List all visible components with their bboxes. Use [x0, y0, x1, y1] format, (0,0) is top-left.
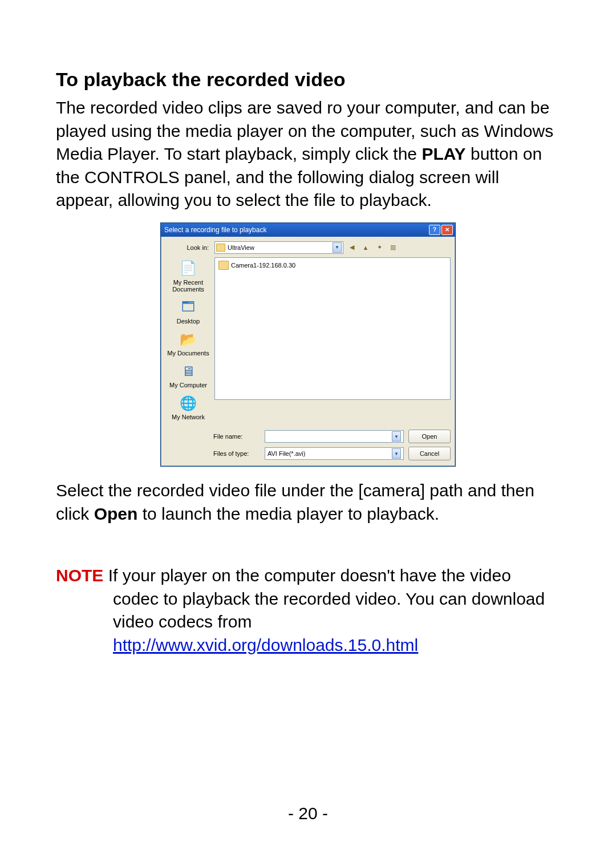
new-folder-icon[interactable]: ✦ — [374, 242, 384, 253]
open-button[interactable]: Open — [408, 430, 451, 443]
codec-download-link[interactable]: http://www.xvid.org/downloads.15.0.html — [113, 634, 418, 657]
my-computer-icon: 🖥 — [179, 362, 198, 381]
place-mycomputer-label: My Computer — [169, 382, 207, 388]
intro-text-bold: PLAY — [422, 144, 465, 163]
note-paragraph: NOTE If your player on the computer does… — [56, 564, 560, 657]
intro-paragraph: The recorded video clips are saved ro yo… — [56, 96, 560, 212]
lookin-label: Look in: — [165, 244, 211, 251]
chevron-down-icon[interactable]: ▼ — [392, 448, 401, 459]
file-open-dialog: Select a recording file to playback ? ✕ … — [160, 222, 456, 467]
place-mydocs[interactable]: 📂 My Documents — [167, 330, 209, 357]
my-documents-icon: 📂 — [179, 330, 198, 349]
filetype-field[interactable]: AVI File(*.avi) ▼ — [265, 447, 404, 460]
back-icon[interactable]: ◀ — [347, 242, 357, 253]
place-desktop-label: Desktop — [177, 318, 200, 325]
filetype-value: AVI File(*.avi) — [268, 450, 305, 457]
chevron-down-icon[interactable]: ▼ — [333, 242, 342, 253]
filename-label: File name: — [213, 433, 260, 440]
document-page: To playback the recorded video The recor… — [0, 0, 616, 846]
outro-paragraph: Select the recorded video file under the… — [56, 479, 560, 525]
desktop-icon: 🗔 — [179, 298, 198, 317]
note-text-line1: If your player on the computer doesn't h… — [103, 566, 511, 585]
list-item[interactable]: Camera1-192.168.0.30 — [217, 260, 448, 270]
dialog-body: 📄 My Recent Documents 🗔 Desktop 📂 My Doc… — [161, 257, 455, 426]
dialog-bottom: File name: ▼ Open Files of type: AVI Fil… — [161, 425, 455, 466]
place-mycomputer[interactable]: 🖥 My Computer — [169, 362, 207, 388]
folder-icon — [216, 244, 225, 252]
recent-documents-icon: 📄 — [179, 260, 198, 278]
place-desktop[interactable]: 🗔 Desktop — [177, 298, 200, 325]
place-mynetwork[interactable]: 🌐 My Network — [172, 394, 205, 420]
places-bar: 📄 My Recent Documents 🗔 Desktop 📂 My Doc… — [165, 257, 211, 421]
page-number: - 20 - — [0, 804, 616, 823]
note-text-line2: codec to playback the recorded video. Yo… — [113, 588, 560, 634]
outro-text-bold: Open — [94, 504, 138, 523]
dialog-illustration: Select a recording file to playback ? ✕ … — [56, 222, 560, 467]
close-icon[interactable]: ✕ — [441, 225, 453, 235]
cancel-button[interactable]: Cancel — [408, 447, 451, 460]
lookin-value: UltraView — [228, 244, 254, 251]
outro-text-post: to launch the media player to playback. — [137, 504, 439, 523]
up-one-level-icon[interactable]: ▲ — [360, 242, 371, 253]
dialog-title: Select a recording file to playback — [164, 226, 428, 234]
folder-icon — [218, 261, 229, 270]
help-icon[interactable]: ? — [429, 225, 440, 235]
place-recent-label: My Recent Documents — [165, 279, 211, 293]
section-heading: To playback the recorded video — [56, 68, 560, 91]
file-list-pane[interactable]: Camera1-192.168.0.30 — [214, 257, 451, 400]
place-recent[interactable]: 📄 My Recent Documents — [165, 260, 211, 293]
chevron-down-icon[interactable]: ▼ — [392, 431, 401, 442]
filename-field[interactable]: ▼ — [265, 430, 404, 443]
lookin-combo[interactable]: UltraView ▼ — [214, 241, 343, 254]
views-icon[interactable]: ▥ — [388, 242, 398, 253]
lookin-row: Look in: UltraView ▼ ◀ ▲ ✦ ▥ — [161, 237, 455, 257]
place-mynetwork-label: My Network — [172, 414, 205, 420]
my-network-icon: 🌐 — [179, 394, 198, 412]
note-label: NOTE — [56, 566, 103, 585]
place-mydocs-label: My Documents — [167, 350, 209, 357]
dialog-titlebar[interactable]: Select a recording file to playback ? ✕ — [161, 223, 455, 237]
filetype-label: Files of type: — [213, 450, 260, 457]
file-item-name: Camera1-192.168.0.30 — [231, 262, 295, 269]
